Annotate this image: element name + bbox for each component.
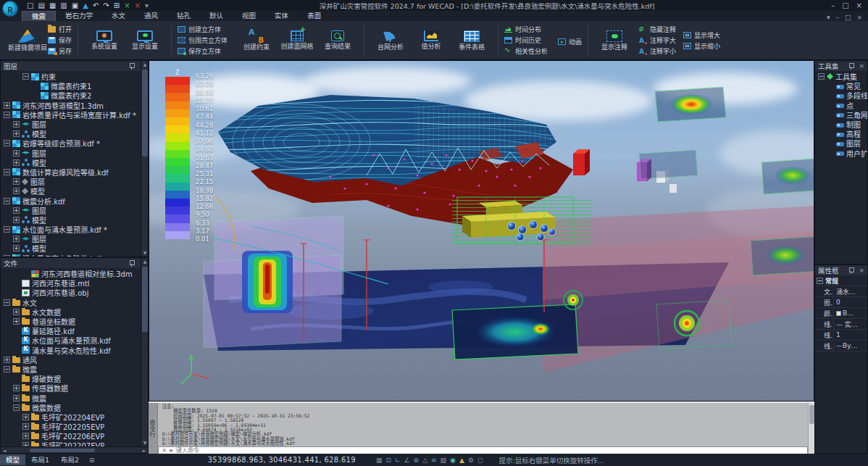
- tree-row[interactable]: 爆破数据: [1, 374, 148, 383]
- tree-expander-icon[interactable]: +: [13, 318, 20, 325]
- annotation-larger-button[interactable]: 注释字大: [639, 36, 676, 45]
- tree-expander-icon[interactable]: +: [13, 207, 20, 214]
- tree-expander-icon[interactable]: +: [22, 423, 29, 430]
- menu-dropdown-icon[interactable]: ▾: [827, 14, 830, 21]
- close-icon[interactable]: ×: [859, 267, 864, 274]
- tree-row[interactable]: +图层: [1, 149, 148, 158]
- tree-row[interactable]: +传感器数据: [1, 383, 148, 393]
- system-settings-button[interactable]: 系统设置: [84, 30, 125, 50]
- tree-row[interactable]: +河东河西巷道模型1.3dm: [1, 101, 148, 110]
- scroll-up-icon[interactable]: ▲: [141, 258, 149, 265]
- close-icon[interactable]: ×: [856, 1, 862, 9]
- property-value[interactable]: 涌水…: [834, 287, 867, 296]
- tree-row[interactable]: −涌水量与突水危险性.kdf: [1, 254, 148, 257]
- create-constraint-button[interactable]: 创建约束: [236, 30, 277, 51]
- tree-row[interactable]: 蔓延路径.kdf: [1, 326, 148, 336]
- ribbon-tab[interactable]: 钻孔: [167, 11, 200, 21]
- ribbon-tab[interactable]: 水文: [102, 11, 135, 21]
- tree-expander-icon[interactable]: +: [22, 433, 29, 439]
- tree-expander-icon[interactable]: +: [13, 245, 20, 251]
- hide-annotation-button[interactable]: 隐藏注释: [639, 25, 676, 34]
- layout-tab[interactable]: 布局1: [25, 454, 55, 465]
- ribbon-tab[interactable]: 视图: [233, 11, 265, 21]
- tree-row[interactable]: 水位面与涌水量预测.kdf: [1, 336, 148, 345]
- tree-row[interactable]: +毛坪矿202206EVP: [1, 431, 148, 441]
- tree-row[interactable]: −工具集: [815, 72, 867, 81]
- scroll-down-icon[interactable]: ▼: [141, 249, 149, 257]
- pin-icon[interactable]: [848, 63, 854, 70]
- new-microseismic-project-button[interactable]: 新建微震项目: [7, 30, 48, 51]
- brand-a-icon[interactable]: ▲: [83, 1, 88, 10]
- time-history-button[interactable]: 时间历史: [504, 36, 548, 45]
- pin-icon[interactable]: [848, 267, 854, 274]
- save-icon[interactable]: ▦: [49, 1, 56, 10]
- scroll-up-icon[interactable]: ▲: [141, 61, 149, 68]
- tree-expander-icon[interactable]: +: [13, 309, 20, 315]
- property-value[interactable]: B…: [834, 309, 867, 317]
- tree-row[interactable]: −微震数据: [1, 403, 148, 412]
- tree-expander-icon[interactable]: +: [13, 121, 20, 128]
- query-results-button[interactable]: 查询结果: [317, 30, 358, 50]
- tree-row[interactable]: +通风: [1, 355, 148, 365]
- tree-row[interactable]: −微震分析.kdf: [1, 196, 148, 205]
- property-row[interactable]: 线…1: [815, 330, 867, 341]
- property-value[interactable]: 1: [834, 331, 867, 338]
- annotation-smaller-button[interactable]: 注释字小: [639, 46, 676, 56]
- tree-expander-icon[interactable]: −: [4, 140, 10, 146]
- lineweight-icon[interactable]: ≡: [431, 457, 437, 464]
- tree-row[interactable]: 微震表约束1: [1, 81, 148, 91]
- layout-tab[interactable]: 布局2: [55, 454, 85, 465]
- ribbon-tab[interactable]: 实体: [265, 11, 298, 21]
- collapse-icon[interactable]: −: [817, 278, 823, 284]
- tree-expander-icon[interactable]: +: [4, 357, 10, 363]
- property-row[interactable]: 线…—By…: [815, 341, 867, 351]
- save-as-button[interactable]: 另存: [48, 46, 72, 56]
- tree-expander-icon[interactable]: +: [13, 159, 20, 166]
- tree-row[interactable]: −岩体质量评估与采场宽度计算.kdf *: [1, 110, 148, 120]
- property-value[interactable]: — 实…: [834, 320, 867, 329]
- pin-icon[interactable]: [129, 260, 134, 267]
- tree-row[interactable]: 河西河东巷道.obj: [1, 288, 148, 297]
- tree-expander-icon[interactable]: +: [13, 217, 20, 223]
- property-value[interactable]: 0: [834, 299, 867, 306]
- save-all-icon[interactable]: ▥: [60, 1, 67, 10]
- tree-row[interactable]: −水文: [1, 298, 148, 307]
- close-icon[interactable]: ×: [856, 14, 862, 21]
- save-cube-button[interactable]: 保存立方体: [178, 46, 228, 56]
- restore-icon[interactable]: □: [842, 1, 848, 9]
- event-table-button[interactable]: 事件表格: [451, 30, 492, 51]
- tree-row[interactable]: +模型: [1, 129, 148, 138]
- property-row[interactable]: 颜…B…: [815, 308, 867, 319]
- ribbon-tab[interactable]: 通风: [135, 11, 167, 21]
- tree-expander-icon[interactable]: −: [4, 255, 10, 257]
- transparency-icon[interactable]: ▧: [441, 457, 447, 464]
- print-icon[interactable]: ▣: [72, 1, 78, 10]
- close-red-icon[interactable]: ×: [135, 1, 141, 10]
- hull-cube-button[interactable]: 包围壳立方体: [178, 36, 228, 45]
- files-scrollbar[interactable]: ▲ ▼: [141, 258, 148, 446]
- animation-button[interactable]: 动画: [558, 37, 582, 46]
- create-cube-button[interactable]: 创建立方体: [178, 25, 228, 34]
- close-icon[interactable]: ×: [859, 62, 864, 70]
- tree-expander-icon[interactable]: +: [4, 102, 10, 109]
- tree-row[interactable]: +模型: [1, 158, 148, 167]
- close-icon[interactable]: ×: [162, 447, 167, 454]
- tree-expander-icon[interactable]: +: [13, 130, 20, 137]
- tree-expander-icon[interactable]: −: [13, 404, 20, 411]
- selection-cycle-icon[interactable]: ◉: [450, 457, 456, 464]
- tree-row[interactable]: 微震表约束2: [1, 91, 148, 100]
- display-smaller-button[interactable]: 显示缩小: [683, 41, 720, 51]
- tree-row[interactable]: +水文数据: [1, 307, 148, 317]
- new-layout-icon[interactable]: ⊞: [85, 457, 99, 464]
- tree-expander-icon[interactable]: −: [4, 226, 10, 233]
- tree-expander-icon[interactable]: +: [13, 385, 20, 391]
- object-snap-icon[interactable]: ⊕: [414, 457, 420, 464]
- minimize-icon[interactable]: –: [831, 1, 835, 9]
- tree-row[interactable]: 涌水量与突水危险性.kdf: [1, 346, 148, 355]
- tree-expander-icon[interactable]: +: [13, 395, 20, 401]
- tree-expander-icon[interactable]: −: [4, 169, 10, 175]
- tree-expander-icon[interactable]: +: [13, 188, 20, 194]
- display-settings-button[interactable]: 显示设置: [125, 30, 165, 50]
- tree-row[interactable]: 用户扩展: [815, 149, 867, 158]
- save-button[interactable]: 保存: [48, 36, 72, 45]
